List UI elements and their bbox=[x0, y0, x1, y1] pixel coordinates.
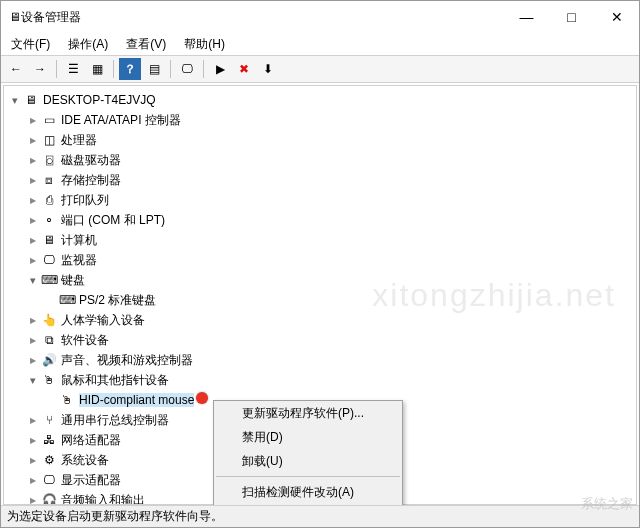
tree-category-1[interactable]: ▶◫处理器 bbox=[4, 130, 636, 150]
maximize-button[interactable]: □ bbox=[549, 1, 594, 33]
statusbar: 为选定设备启动更新驱动程序软件向导。 bbox=[1, 505, 639, 527]
tree-category-4[interactable]: ▶⎙打印队列 bbox=[4, 190, 636, 210]
menu-file[interactable]: 文件(F) bbox=[7, 34, 54, 55]
pc-icon: 🖥 bbox=[22, 92, 40, 108]
software-icon: ⧉ bbox=[40, 332, 58, 348]
tree-item-label: 鼠标和其他指针设备 bbox=[61, 372, 169, 389]
menu-action[interactable]: 操作(A) bbox=[64, 34, 112, 55]
tree-item-label: 软件设备 bbox=[61, 332, 109, 349]
tree-item-label: DESKTOP-T4EJVJQ bbox=[43, 93, 155, 107]
expand-arrow-icon[interactable]: ▶ bbox=[26, 316, 40, 325]
tree-item-label: 网络适配器 bbox=[61, 432, 121, 449]
app-icon: 🖥 bbox=[9, 10, 21, 24]
monitor-icon: 🖵 bbox=[40, 252, 58, 268]
expand-arrow-icon[interactable]: ▶ bbox=[26, 496, 40, 505]
expand-arrow-icon[interactable]: ▶ bbox=[26, 216, 40, 225]
tree-category-3[interactable]: ▶⧈存储控制器 bbox=[4, 170, 636, 190]
tree-category-0[interactable]: ▶▭IDE ATA/ATAPI 控制器 bbox=[4, 110, 636, 130]
window-controls: — □ ✕ bbox=[504, 1, 639, 33]
toolbar-separator bbox=[170, 60, 171, 78]
expand-arrow-icon[interactable]: ▶ bbox=[26, 336, 40, 345]
toolbar: ←→☰▦？▤🖵▶✖⬇ bbox=[1, 55, 639, 83]
context-menu-item-0[interactable]: 更新驱动程序软件(P)... bbox=[214, 401, 402, 425]
tree-item-label: 键盘 bbox=[61, 272, 85, 289]
system-icon: ⚙ bbox=[40, 452, 58, 468]
update-driver-button[interactable]: 🖵 bbox=[176, 58, 198, 80]
tree-root[interactable]: ▾🖥DESKTOP-T4EJVJQ bbox=[4, 90, 636, 110]
expand-arrow-icon[interactable]: ▶ bbox=[26, 456, 40, 465]
tree-category-9[interactable]: ▶👆人体学输入设备 bbox=[4, 310, 636, 330]
expand-arrow-icon[interactable]: ▶ bbox=[26, 436, 40, 445]
display-icon: 🖵 bbox=[40, 472, 58, 488]
enable-button[interactable]: ▶ bbox=[209, 58, 231, 80]
menu-help[interactable]: 帮助(H) bbox=[180, 34, 229, 55]
status-text: 为选定设备启动更新驱动程序软件向导。 bbox=[7, 508, 223, 525]
toolbar-separator bbox=[203, 60, 204, 78]
titlebar: 🖥 设备管理器 — □ ✕ bbox=[1, 1, 639, 33]
expand-arrow-icon[interactable]: ▾ bbox=[8, 94, 22, 107]
network-icon: 🖧 bbox=[40, 432, 58, 448]
help-button[interactable]: ？ bbox=[119, 58, 141, 80]
show-hide-button[interactable]: ☰ bbox=[62, 58, 84, 80]
hid-icon: 👆 bbox=[40, 312, 58, 328]
tree-item-label: 人体学输入设备 bbox=[61, 312, 145, 329]
annotation-marker bbox=[196, 392, 208, 404]
printer-icon: ⎙ bbox=[40, 192, 58, 208]
audioio-icon: 🎧 bbox=[40, 492, 58, 505]
expand-arrow-icon[interactable]: ▶ bbox=[26, 416, 40, 425]
context-menu-item-2[interactable]: 卸载(U) bbox=[214, 449, 402, 473]
tree-item-label: 处理器 bbox=[61, 132, 97, 149]
expand-arrow-icon[interactable]: ▾ bbox=[26, 274, 40, 287]
properties-button[interactable]: ▤ bbox=[143, 58, 165, 80]
tree-item-label: 打印队列 bbox=[61, 192, 109, 209]
disk-icon: ⌼ bbox=[40, 152, 58, 168]
close-button[interactable]: ✕ bbox=[594, 1, 639, 33]
storage-icon: ⧈ bbox=[40, 172, 58, 188]
context-menu-item-1[interactable]: 禁用(D) bbox=[214, 425, 402, 449]
menu-view[interactable]: 查看(V) bbox=[122, 34, 170, 55]
context-menu-separator bbox=[216, 476, 400, 477]
uninstall-button[interactable]: ⬇ bbox=[257, 58, 279, 80]
audio-icon: 🔊 bbox=[40, 352, 58, 368]
expand-arrow-icon[interactable]: ▶ bbox=[26, 256, 40, 265]
tree-item-label: 通用串行总线控制器 bbox=[61, 412, 169, 429]
expand-arrow-icon[interactable]: ▶ bbox=[26, 116, 40, 125]
tree-item-label: IDE ATA/ATAPI 控制器 bbox=[61, 112, 181, 129]
tree-category-5[interactable]: ▶⚬端口 (COM 和 LPT) bbox=[4, 210, 636, 230]
ide-icon: ▭ bbox=[40, 112, 58, 128]
usb-icon: ⑂ bbox=[40, 412, 58, 428]
details-button[interactable]: ▦ bbox=[86, 58, 108, 80]
port-icon: ⚬ bbox=[40, 212, 58, 228]
expand-arrow-icon[interactable]: ▶ bbox=[26, 156, 40, 165]
expand-arrow-icon[interactable]: ▶ bbox=[26, 476, 40, 485]
mouse-icon: 🖱 bbox=[58, 392, 76, 408]
minimize-button[interactable]: — bbox=[504, 1, 549, 33]
expand-arrow-icon[interactable]: ▶ bbox=[26, 356, 40, 365]
disable-button[interactable]: ✖ bbox=[233, 58, 255, 80]
mouse-icon: 🖱 bbox=[40, 372, 58, 388]
cpu-icon: ◫ bbox=[40, 132, 58, 148]
forward-button[interactable]: → bbox=[29, 58, 51, 80]
tree-item-label: 端口 (COM 和 LPT) bbox=[61, 212, 165, 229]
expand-arrow-icon[interactable]: ▶ bbox=[26, 196, 40, 205]
tree-item-label: 声音、视频和游戏控制器 bbox=[61, 352, 193, 369]
tree-item-label: 音频输入和输出 bbox=[61, 492, 145, 506]
expand-arrow-icon[interactable]: ▾ bbox=[26, 374, 40, 387]
tree-category-8[interactable]: ▾⌨键盘 bbox=[4, 270, 636, 290]
context-menu-item-4[interactable]: 扫描检测硬件改动(A) bbox=[214, 480, 402, 504]
tree-category-12[interactable]: ▾🖱鼠标和其他指针设备 bbox=[4, 370, 636, 390]
keyboard-icon: ⌨ bbox=[40, 272, 58, 288]
tree-device-8-0[interactable]: ⌨PS/2 标准键盘 bbox=[4, 290, 636, 310]
expand-arrow-icon[interactable]: ▶ bbox=[26, 176, 40, 185]
expand-arrow-icon[interactable]: ▶ bbox=[26, 236, 40, 245]
expand-arrow-icon[interactable]: ▶ bbox=[26, 136, 40, 145]
tree-item-label: PS/2 标准键盘 bbox=[79, 292, 156, 309]
tree-item-label: 存储控制器 bbox=[61, 172, 121, 189]
tree-item-label: 磁盘驱动器 bbox=[61, 152, 121, 169]
tree-category-2[interactable]: ▶⌼磁盘驱动器 bbox=[4, 150, 636, 170]
back-button[interactable]: ← bbox=[5, 58, 27, 80]
tree-category-11[interactable]: ▶🔊声音、视频和游戏控制器 bbox=[4, 350, 636, 370]
tree-category-7[interactable]: ▶🖵监视器 bbox=[4, 250, 636, 270]
tree-category-6[interactable]: ▶🖥计算机 bbox=[4, 230, 636, 250]
tree-category-10[interactable]: ▶⧉软件设备 bbox=[4, 330, 636, 350]
